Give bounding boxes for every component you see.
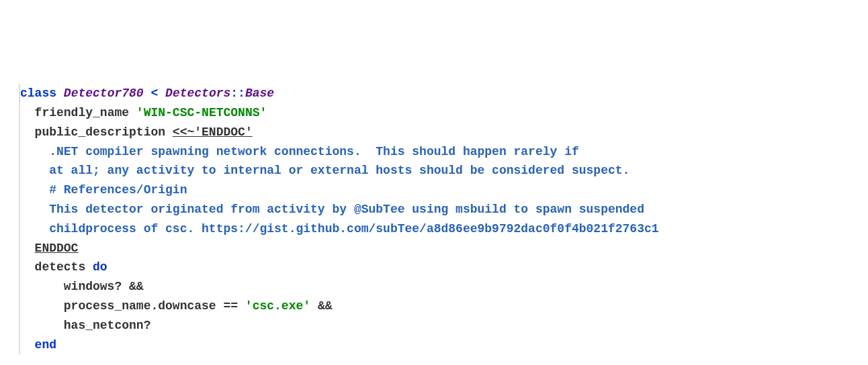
friendly-name-line: friendly_name 'WIN-CSC-NETCONNS' [20,103,848,123]
friendly-name-method: friendly_name [35,106,129,119]
heredoc-body-line-5: This detector originated from activity b… [20,200,848,219]
public-description-method: public_description [35,125,165,139]
detects-body-3: has_netconn? [20,316,848,335]
indent [20,125,35,139]
heredoc-body-line-1: .NET compiler spawning network connectio… [20,142,848,162]
space [129,106,136,119]
class-declaration-line: class Detector780 < Detectors::Base [20,84,848,103]
module-name: Detectors [165,87,230,100]
indent [20,242,35,255]
do-keyword: do [93,260,107,274]
code-block: class Detector780 < Detectors::Base frie… [19,84,848,354]
and-op-2: && [310,299,332,313]
less-than-op: < [150,87,158,100]
base-class: Base [245,87,274,100]
heredoc-start: <<~'ENDDOC' [173,125,253,139]
csc-exe-string: 'csc.exe' [245,299,310,313]
detects-line: detects do [20,258,848,277]
detects-body-1: windows? && [20,277,848,297]
end-line: end [20,335,848,355]
public-description-line: public_description <<~'ENDDOC' [20,123,848,142]
windows-check: windows? && [20,280,144,293]
heredoc-body-line-6: childprocess of csc. https://gist.github… [20,219,848,239]
space [165,125,173,139]
class-name: Detector780 [64,87,144,100]
space [85,260,93,274]
has-netconn-check: has_netconn? [20,319,150,332]
heredoc-end: ENDDOC [35,242,79,255]
heredoc-end-line: ENDDOC [20,239,848,258]
friendly-name-string: 'WIN-CSC-NETCONNS' [136,106,267,119]
indent [20,106,35,119]
heredoc-body-line-4: # References/Origin [20,180,848,200]
detects-method: detects [35,260,86,274]
indent [20,260,35,274]
end-keyword: end [35,338,56,352]
scope-sep: :: [230,87,245,100]
class-keyword: class [20,87,56,100]
indent [20,338,35,352]
detects-body-2: process_name.downcase == 'csc.exe' && [20,297,848,316]
heredoc-body-line-2: at all; any activity to internal or exte… [20,161,848,180]
process-name-check: process_name.downcase == [20,299,245,313]
